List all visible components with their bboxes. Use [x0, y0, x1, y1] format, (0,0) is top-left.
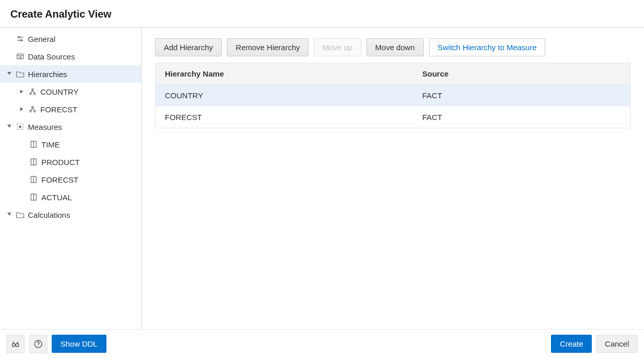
sidebar-item-label: General: [28, 35, 55, 43]
svg-marker-14: [20, 107, 23, 111]
sidebar-item-label: Measures: [28, 123, 62, 131]
chevron-right-icon[interactable]: [19, 107, 25, 111]
sidebar-item-measure-product[interactable]: PRODUCT: [0, 153, 141, 171]
sidebar-item-measure-actual[interactable]: ACTUAL: [0, 188, 141, 206]
svg-point-10: [29, 93, 31, 94]
svg-point-6: [19, 56, 21, 58]
sidebar-item-label: ACTUAL: [41, 193, 72, 202]
table-row[interactable]: COUNTRY FACT: [156, 85, 630, 107]
svg-line-18: [31, 108, 33, 111]
column-header-source[interactable]: Source: [413, 63, 630, 84]
cell-hierarchy-name: COUNTRY: [156, 85, 413, 106]
sidebar-item-measure-forecst[interactable]: FORECST: [0, 171, 141, 188]
dialog-header: Create Analytic View: [0, 0, 644, 28]
svg-point-15: [32, 106, 33, 108]
svg-point-33: [16, 344, 19, 347]
svg-point-17: [34, 110, 35, 112]
sidebar-item-label: Calculations: [28, 211, 70, 219]
svg-marker-8: [20, 90, 23, 94]
sidebar-item-measures[interactable]: Measures: [0, 118, 141, 136]
svg-point-16: [29, 110, 31, 112]
svg-marker-7: [7, 72, 11, 75]
add-hierarchy-button[interactable]: Add Hierarchy: [155, 38, 222, 56]
svg-rect-22: [19, 126, 21, 128]
svg-line-13: [33, 91, 34, 93]
svg-point-32: [12, 344, 16, 347]
hierarchy-icon: [28, 88, 37, 95]
svg-point-38: [38, 346, 38, 346]
measures-icon: [16, 123, 25, 130]
show-ddl-button[interactable]: Show DDL: [52, 335, 106, 353]
column-icon: [29, 176, 38, 183]
cancel-button[interactable]: Cancel: [596, 335, 638, 353]
create-button[interactable]: Create: [551, 335, 592, 353]
sidebar-item-label: Hierarchies: [28, 70, 67, 79]
sidebar-item-label: COUNTRY: [40, 87, 79, 96]
folder-icon: [16, 211, 25, 218]
page-title: Create Analytic View: [10, 8, 634, 20]
column-icon: [29, 141, 38, 148]
cell-hierarchy-name: FORECST: [156, 107, 413, 128]
folder-icon: [16, 70, 25, 78]
help-button[interactable]: [29, 335, 48, 353]
data-source-icon: [16, 52, 25, 61]
svg-point-11: [34, 93, 35, 94]
cell-source: FACT: [413, 107, 630, 128]
main-panel: Add Hierarchy Remove Hierarchy Move up M…: [142, 28, 644, 329]
toolbar: Add Hierarchy Remove Hierarchy Move up M…: [155, 38, 631, 56]
sidebar-item-label: FORECST: [40, 105, 78, 114]
sidebar-item-label: FORECST: [41, 175, 79, 184]
help-icon: [34, 339, 43, 349]
column-header-name[interactable]: Hierarchy Name: [156, 63, 413, 84]
chevron-right-icon[interactable]: [19, 90, 25, 94]
hierarchy-icon: [28, 106, 37, 113]
svg-point-3: [21, 40, 22, 41]
svg-marker-31: [7, 213, 11, 216]
sidebar-item-calculations[interactable]: Calculations: [0, 206, 141, 223]
hierarchies-table: Hierarchy Name Source COUNTRY FACT FOREC…: [155, 63, 631, 128]
table-row[interactable]: FORECST FACT: [156, 107, 630, 128]
svg-line-19: [33, 108, 34, 111]
dialog-body: ▶ General ▶ Data Sources: [0, 28, 644, 329]
cell-source: FACT: [413, 85, 630, 106]
search-button[interactable]: [6, 335, 25, 353]
sidebar-item-hierarchy-forecst[interactable]: FORECST: [0, 100, 141, 118]
sidebar-item-hierarchies[interactable]: Hierarchies: [0, 65, 141, 83]
chevron-down-icon[interactable]: [6, 125, 12, 129]
svg-point-9: [32, 88, 33, 90]
sidebar-item-hierarchy-country[interactable]: COUNTRY: [0, 83, 141, 100]
sidebar-item-label: Data Sources: [28, 52, 75, 61]
sliders-icon: [16, 35, 25, 43]
sidebar-item-data-sources[interactable]: ▶ Data Sources: [0, 48, 141, 65]
move-up-button: Move up: [314, 38, 361, 56]
switch-hierarchy-to-measure-button[interactable]: Switch Hierarchy to Measure: [429, 38, 546, 56]
svg-marker-20: [7, 125, 11, 128]
svg-line-12: [31, 91, 33, 93]
move-down-button[interactable]: Move down: [366, 38, 424, 56]
svg-point-1: [19, 37, 20, 38]
dialog-footer: Show DDL Create Cancel: [0, 329, 644, 358]
chevron-down-icon[interactable]: [6, 72, 12, 76]
sidebar-item-measure-time[interactable]: TIME: [0, 136, 141, 153]
sidebar-item-label: TIME: [41, 140, 60, 149]
sidebar: ▶ General ▶ Data Sources: [0, 28, 142, 329]
binoculars-icon: [11, 339, 20, 349]
table-header: Hierarchy Name Source: [156, 63, 630, 85]
remove-hierarchy-button[interactable]: Remove Hierarchy: [227, 38, 309, 56]
sidebar-item-general[interactable]: ▶ General: [0, 30, 141, 48]
chevron-down-icon[interactable]: [6, 213, 12, 217]
sidebar-item-label: PRODUCT: [41, 158, 80, 167]
column-icon: [29, 193, 38, 201]
column-icon: [29, 158, 38, 166]
